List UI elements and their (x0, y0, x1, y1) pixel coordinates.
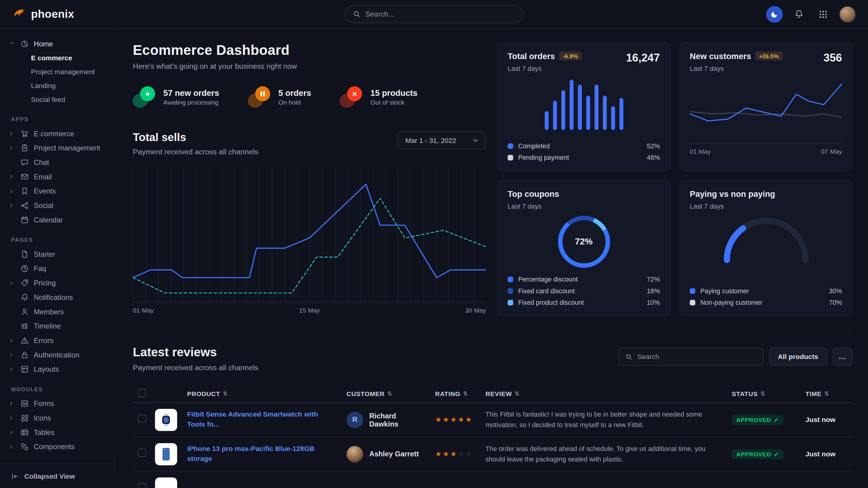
sidebar-item-home[interactable]: Home (0, 36, 114, 51)
column-header-product[interactable]: PRODUCT⇅ (155, 390, 338, 397)
apps-grid-button[interactable] (815, 6, 832, 22)
sidebar-item-starter[interactable]: Starter (0, 247, 114, 261)
product-link[interactable]: iPhone 13 pro max-Pacific Blue-128GB sto… (187, 444, 338, 464)
global-search-input[interactable] (365, 10, 515, 19)
stat-caption: Awating processing (163, 99, 219, 106)
sidebar-item-label: Social (34, 201, 53, 209)
sidebar-item-calendar[interactable]: Calendar (0, 213, 114, 227)
column-header-time[interactable]: TIME⇅ (800, 390, 852, 397)
reviews-toolbar: All products ... (618, 348, 852, 366)
sidebar-item-label: Members (34, 307, 64, 316)
brand[interactable]: phoenix (12, 6, 74, 22)
global-search[interactable] (345, 5, 523, 24)
caret-right-icon (9, 281, 15, 285)
navbar-center (345, 5, 523, 24)
sidebar-item-social-feed[interactable]: Social feed (0, 93, 114, 106)
phoenix-logo-icon (12, 6, 27, 22)
sidebar-item-forms[interactable]: Forms (0, 396, 114, 411)
sidebar-item-notifications[interactable]: Notifications (0, 290, 114, 304)
notifications-button[interactable] (790, 6, 807, 22)
x-tick: 15 May (299, 307, 320, 314)
legend-label: Completed (518, 142, 550, 150)
document-icon (20, 250, 29, 258)
legend-label: Fixed card discount (518, 287, 575, 295)
caret-right-icon (9, 353, 15, 357)
chat-icon (20, 158, 29, 166)
sidebar-item-e-commerce[interactable]: E commerce (0, 126, 114, 140)
legend-item: Paying customer 30% (690, 287, 842, 295)
all-products-button[interactable]: All products (769, 348, 827, 366)
search-icon (353, 10, 361, 18)
reviews-title: Latest reviews (133, 345, 258, 360)
status-badge: APPROVED ✓ (732, 415, 783, 425)
dashboard-top: Ecommerce Dashboard Here's what's going … (133, 42, 852, 316)
reviews-search[interactable] (618, 348, 763, 366)
sidebar-item-icons[interactable]: Icons (0, 411, 114, 425)
sidebar-item-chat[interactable]: Chat (0, 155, 114, 169)
total-sells-series-current (133, 184, 486, 278)
sidebar-item-label: Notifications (34, 293, 73, 301)
total-sells-line-chart (133, 167, 486, 303)
stat-value: 15 products (370, 88, 417, 97)
sidebar-item-email[interactable]: Email (0, 169, 114, 184)
sidebar-item-members[interactable]: Members (0, 304, 114, 319)
sidebar-item-authentication[interactable]: Authentication (0, 348, 114, 362)
cross-icon: × (352, 90, 357, 98)
sidebar-item-e-commerce[interactable]: E commerce (0, 51, 114, 65)
sidebar-item-landing[interactable]: Landing (0, 79, 114, 93)
sidebar-item-layouts[interactable]: Layouts (0, 362, 114, 376)
sidebar-item-errors[interactable]: Errors (0, 333, 114, 348)
shapes-icon (20, 413, 29, 422)
reviews-table: PRODUCT⇅ CUSTOMER⇅ RATING⇅ REVIEW⇅ STATU… (133, 385, 852, 488)
column-header-customer[interactable]: CUSTOMER⇅ (338, 390, 427, 397)
select-all-checkbox[interactable] (138, 389, 146, 397)
latest-reviews: Latest reviews Payment received across a… (133, 329, 852, 488)
sidebar-item-project-management[interactable]: Project management (0, 140, 114, 155)
sidebar-item-events[interactable]: Events (0, 184, 114, 198)
x-tick: 01 May (133, 307, 154, 314)
legend-item: Non-paying customer 70% (690, 299, 842, 306)
column-header-status[interactable]: STATUS⇅ (725, 390, 800, 397)
order-stats: ★ 57 new orders Awating processing (133, 86, 486, 108)
column-header-review[interactable]: REVIEW⇅ (479, 390, 725, 397)
sidebar-item-social[interactable]: Social (0, 198, 114, 213)
components-icon (20, 442, 29, 451)
sidebar-nav: HomeE commerceProject managementLandingS… (0, 29, 114, 454)
row-checkbox[interactable] (138, 415, 146, 423)
user-avatar[interactable] (839, 6, 856, 22)
sidebar-item-faq[interactable]: Faq (0, 261, 114, 275)
x-tick: 01 May (690, 148, 711, 155)
more-options-button[interactable]: ... (833, 348, 852, 366)
legend-value: 52% (647, 142, 660, 150)
user-icon (20, 307, 29, 316)
dashboard-overview: Ecommerce Dashboard Here's what's going … (133, 42, 486, 316)
bar (619, 98, 623, 130)
card-period: Last 7 days (507, 65, 582, 73)
sort-icon: ⇅ (760, 391, 765, 397)
stat-caption: On hold (278, 99, 311, 106)
star-empty-icon: ☆ (465, 450, 473, 458)
row-checkbox[interactable] (138, 483, 146, 488)
stat-orders-on-hold: 5 orders On hold (248, 86, 311, 108)
reviews-search-input[interactable] (637, 353, 756, 360)
legend-value: 18% (647, 287, 660, 295)
clipboard-icon (20, 143, 29, 152)
total-sells-x-axis: 01 May 15 May 30 May (133, 307, 486, 314)
sidebar-item-pricing[interactable]: Pricing (0, 275, 114, 290)
bar (594, 85, 598, 130)
sidebar-item-timeline[interactable]: Timeline (0, 319, 114, 333)
row-checkbox[interactable] (138, 449, 146, 457)
product-link[interactable]: Fitbit Sense Advanced Smartwatch with To… (187, 410, 338, 429)
date-range-select[interactable]: Mar 1 - 31, 2022 (398, 131, 486, 150)
column-header-rating[interactable]: RATING⇅ (426, 390, 478, 397)
legend-swatch (507, 143, 513, 149)
bar (586, 96, 590, 130)
legend-swatch (690, 288, 695, 294)
collapsed-view-toggle[interactable]: Collapsed View (0, 464, 114, 488)
bar (561, 90, 565, 130)
theme-toggle-button[interactable] (766, 6, 783, 22)
legend-item: Fixed card discount 18% (507, 287, 660, 295)
sidebar-item-components[interactable]: Components (0, 439, 114, 454)
sidebar-item-project-management[interactable]: Project management (0, 65, 114, 79)
sidebar-item-tables[interactable]: Tables (0, 425, 114, 440)
